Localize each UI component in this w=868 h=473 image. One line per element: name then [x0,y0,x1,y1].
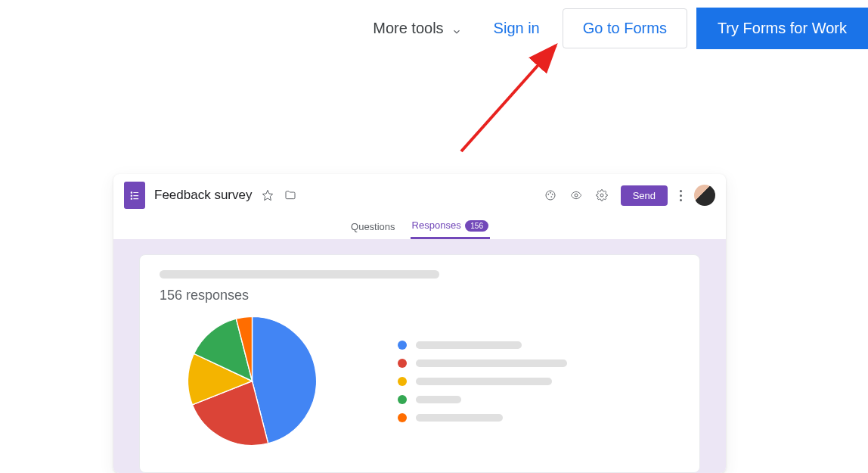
try-forms-for-work-button[interactable]: Try Forms for Work [696,8,868,49]
send-button[interactable]: Send [621,185,668,206]
preview-icon[interactable] [569,188,583,202]
more-tools-label: More tools [373,20,443,37]
move-to-folder-icon[interactable] [284,188,297,202]
avatar[interactable] [694,185,715,206]
tabs-row: Questions Responses 156 [113,216,726,239]
chart-row [160,311,680,451]
legend-dot-icon [398,395,407,404]
customize-theme-icon[interactable] [544,188,557,202]
forms-preview-card: Feedback survey Send Questions Respons [113,174,726,473]
go-to-forms-button[interactable]: Go to Forms [563,8,687,48]
preview-body: 156 responses [113,239,726,473]
legend-row [398,377,567,386]
pie-chart [182,311,322,451]
legend-dot-icon [398,377,407,386]
placeholder-bar [160,270,439,279]
tab-questions[interactable]: Questions [349,218,397,238]
svg-rect-5 [133,195,138,196]
responses-card: 156 responses [139,254,700,473]
header-icons: Send [544,185,715,206]
legend-dot-icon [398,359,407,368]
chart-legend [398,341,567,422]
svg-rect-6 [131,198,132,200]
svg-line-1 [461,45,556,151]
more-tools-dropdown[interactable]: More tools [364,14,470,43]
top-nav: More tools Sign in Go to Forms Try Forms… [364,8,868,49]
annotation-arrow [446,38,575,159]
legend-dot-icon [398,341,407,350]
svg-point-11 [550,192,551,194]
svg-point-10 [547,194,549,195]
legend-placeholder [416,359,567,367]
document-title[interactable]: Feedback survey [154,188,252,203]
svg-rect-4 [131,194,132,196]
svg-point-15 [600,194,603,197]
legend-dot-icon [398,413,407,422]
legend-placeholder [416,414,503,422]
tab-responses-label: Responses [412,219,461,231]
responses-count-badge: 156 [465,220,488,232]
settings-gear-icon[interactable] [595,188,609,202]
google-forms-logo-icon [124,182,145,209]
sign-in-link[interactable]: Sign in [480,11,553,46]
legend-row [398,413,567,422]
svg-rect-3 [133,192,138,193]
legend-placeholder [416,378,552,385]
forms-header: Feedback survey Send [113,174,726,216]
svg-rect-2 [131,191,132,193]
svg-point-13 [550,196,552,198]
more-menu-icon[interactable] [680,190,682,201]
legend-placeholder [416,396,461,403]
svg-point-14 [575,194,578,197]
star-icon[interactable] [261,188,274,202]
responses-count-text: 156 responses [160,288,680,303]
legend-row [398,359,567,368]
svg-marker-8 [263,190,273,200]
svg-rect-7 [133,198,138,199]
tab-responses[interactable]: Responses 156 [411,216,490,239]
legend-placeholder [416,341,522,349]
svg-point-12 [551,194,553,195]
legend-row [398,395,567,404]
legend-row [398,341,567,350]
chevron-down-icon [451,23,462,34]
